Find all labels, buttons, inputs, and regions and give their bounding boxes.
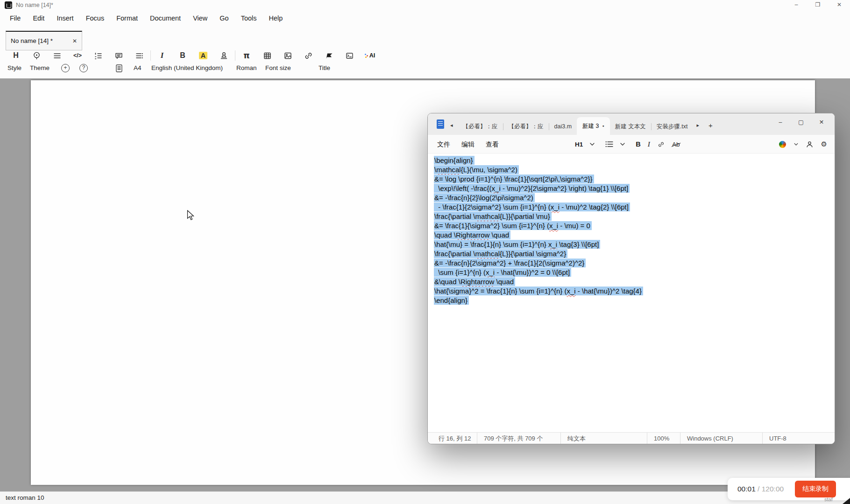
italic-button[interactable]: I bbox=[648, 140, 650, 148]
help-circle-icon[interactable]: ? bbox=[79, 64, 88, 72]
highlight-icon[interactable]: A bbox=[193, 49, 213, 63]
style-button[interactable]: Style bbox=[7, 63, 21, 73]
notepad-tabs: ◂ 【必看】：应 【必看】：应 dai3.m 新建 3 ● 新建 文本文 安装步… bbox=[450, 113, 718, 135]
editor-line: \quad \Rightarrow \quad bbox=[434, 231, 835, 240]
notepad-tab[interactable]: 【必看】：应 bbox=[458, 119, 503, 135]
notepad-tab-active[interactable]: 新建 3 ● bbox=[577, 117, 610, 135]
table-icon[interactable] bbox=[257, 49, 277, 63]
notepad-tab[interactable]: dai3.m bbox=[549, 119, 577, 135]
close-button[interactable]: ✕ bbox=[829, 0, 850, 10]
editor-line: &\quad \Rightarrow \quad bbox=[434, 277, 835, 287]
notepad-tab[interactable]: 【必看】：应 bbox=[503, 119, 549, 135]
link-icon[interactable] bbox=[298, 49, 319, 63]
notepad-titlebar[interactable]: ◂ 【必看】：应 【必看】：应 dai3.m 新建 3 ● 新建 文本文 安装步… bbox=[428, 113, 835, 135]
window-title: No name [14]* bbox=[16, 0, 53, 10]
editor-line: \hat{\mu} = \frac{1}{n} \sum {i=1}^{n} x… bbox=[434, 240, 835, 249]
font-size-button[interactable]: Font size bbox=[265, 63, 291, 73]
document-mode: 纯文本 bbox=[560, 433, 647, 444]
restore-button[interactable]: ❐ bbox=[807, 0, 829, 10]
document-tab[interactable]: No name [14] * ✕ bbox=[6, 31, 82, 50]
heading-style-button[interactable]: H1 bbox=[575, 141, 583, 148]
menu-file[interactable]: 文件 bbox=[437, 135, 450, 154]
corner-artifact bbox=[843, 498, 850, 504]
math-icon[interactable]: π bbox=[236, 49, 257, 63]
menu-edit[interactable]: 编辑 bbox=[461, 135, 475, 154]
toolbar-divider bbox=[150, 50, 151, 61]
main-titlebar[interactable]: No name [14]* – ❐ ✕ bbox=[0, 0, 850, 10]
app-logo-icon bbox=[5, 1, 12, 9]
menu-item[interactable]: Document bbox=[144, 11, 187, 25]
comment-icon[interactable] bbox=[108, 49, 129, 63]
page-setup-icon[interactable] bbox=[116, 64, 122, 75]
list-button[interactable] bbox=[605, 141, 613, 147]
bold-button[interactable]: B bbox=[636, 140, 640, 148]
menu-item[interactable]: Format bbox=[110, 11, 144, 25]
heading-icon[interactable]: H bbox=[6, 49, 26, 63]
secondary-toolbar: Style Theme + ? A4 English (United Kingd… bbox=[0, 63, 850, 77]
editor-line: \frac{\partial \mathcal{L}}{\partial \si… bbox=[434, 249, 835, 259]
italic-icon[interactable]: I bbox=[152, 49, 172, 63]
language-button[interactable]: English (United Kingdom) bbox=[151, 63, 223, 73]
notepad-tab[interactable]: 安装步骤.txt bbox=[652, 119, 693, 135]
menu-item[interactable]: Tools bbox=[235, 11, 263, 25]
zoom-level[interactable]: 100% bbox=[647, 433, 680, 444]
outline-pin-icon[interactable] bbox=[26, 49, 47, 63]
menu-item[interactable]: File bbox=[4, 11, 27, 25]
chevron-down-icon[interactable] bbox=[590, 143, 595, 146]
maximize-button[interactable]: ▢ bbox=[791, 113, 811, 132]
clear-formatting-button[interactable]: Ab bbox=[672, 141, 680, 148]
settings-gear-icon[interactable]: ⚙ bbox=[821, 140, 827, 148]
menu-item[interactable]: Help bbox=[263, 11, 289, 25]
minimize-button[interactable]: – bbox=[770, 113, 791, 132]
chevron-down-icon[interactable] bbox=[794, 143, 798, 146]
chevron-down-icon[interactable] bbox=[620, 143, 625, 146]
align-lines-icon[interactable] bbox=[129, 49, 149, 63]
plus-circle-icon[interactable]: + bbox=[61, 64, 70, 72]
theme-button[interactable]: Theme bbox=[30, 63, 50, 73]
notepad-window-controls: – ▢ ✕ bbox=[770, 113, 832, 132]
notepad-tab[interactable]: 新建 文本文 bbox=[610, 119, 651, 135]
editor-line: \mathcal{L}(\mu, \sigma^2) bbox=[434, 165, 835, 175]
notepad-window: ◂ 【必看】：应 【必看】：应 dai3.m 新建 3 ● 新建 文本文 安装步… bbox=[427, 113, 835, 444]
close-button[interactable]: ✕ bbox=[811, 113, 832, 132]
bold-icon[interactable]: B bbox=[172, 49, 193, 63]
account-icon[interactable] bbox=[806, 141, 813, 148]
format-status-text: text roman 10 bbox=[6, 492, 44, 504]
paragraph-style-button[interactable]: Title bbox=[319, 63, 330, 73]
ordered-list-icon[interactable] bbox=[88, 49, 108, 63]
editor-line: \sum {i=1}^{n} (x_i - \hat{\mu})^2 = 0 \… bbox=[434, 268, 835, 277]
ai-icon[interactable]: AI bbox=[360, 49, 380, 63]
code-icon[interactable]: </> bbox=[67, 49, 88, 63]
main-window-controls: – ❐ ✕ bbox=[786, 0, 850, 10]
terminal-icon[interactable] bbox=[339, 49, 360, 63]
ai-color-dots bbox=[365, 53, 368, 58]
editor-line: &= \frac{1}{\sigma^2} \sum {i=1}^{n} (x_… bbox=[434, 221, 835, 231]
minimize-button[interactable]: – bbox=[786, 0, 807, 10]
tab-scroll-right-icon[interactable]: ▸ bbox=[693, 122, 704, 135]
menu-item[interactable]: Edit bbox=[27, 11, 50, 25]
bookmark-flag-icon[interactable] bbox=[319, 49, 339, 63]
format-toolbar: H </> I B A π bbox=[6, 49, 380, 63]
notepad-toolbar-right: ⚙ bbox=[779, 135, 827, 154]
copilot-icon[interactable] bbox=[779, 141, 786, 148]
paper-size-button[interactable]: A4 bbox=[134, 63, 142, 73]
menu-item[interactable]: Focus bbox=[80, 11, 111, 25]
tab-scroll-left-icon[interactable]: ◂ bbox=[450, 122, 458, 135]
notepad-editor[interactable]: \begin{align}\mathcal{L}(\mu, \sigma^2)&… bbox=[428, 154, 835, 432]
stop-recording-button[interactable]: 结束录制 bbox=[795, 481, 836, 497]
tab-close-icon[interactable]: ✕ bbox=[72, 38, 77, 44]
paragraph-lines-icon[interactable] bbox=[47, 49, 67, 63]
font-button[interactable]: Roman bbox=[236, 63, 257, 73]
stamp-icon[interactable] bbox=[213, 49, 234, 63]
menu-view[interactable]: 查看 bbox=[486, 135, 499, 154]
image-icon[interactable] bbox=[277, 49, 298, 63]
menu-item[interactable]: Insert bbox=[50, 11, 79, 25]
editor-line: \frac{\partial \mathcal{L}}{\partial \mu… bbox=[434, 212, 835, 221]
menu-item[interactable]: View bbox=[187, 11, 213, 25]
main-window-chrome: No name [14]* – ❐ ✕ FileEditInsertFocusF… bbox=[0, 0, 850, 78]
menu-item[interactable]: Go bbox=[213, 11, 234, 25]
link-button[interactable] bbox=[657, 141, 665, 148]
notepad-menubar: 文件 编辑 查看 H1 B I Ab ⚙ bbox=[428, 135, 835, 154]
new-tab-button[interactable]: + bbox=[704, 121, 718, 135]
editor-line: &= \log \prod {i=1}^{n} \frac{1}{\sqrt{2… bbox=[434, 175, 835, 184]
